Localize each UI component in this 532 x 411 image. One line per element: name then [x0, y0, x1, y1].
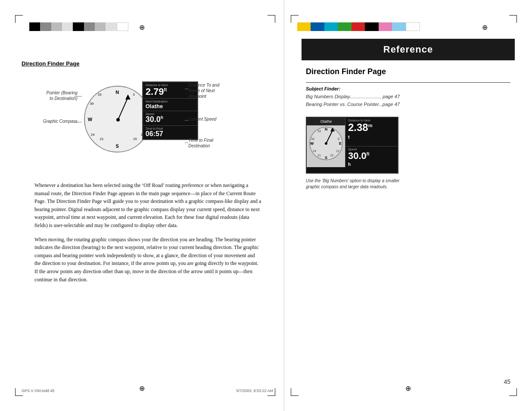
swatch-r-cyan: [324, 22, 338, 31]
svg-text:Olathe: Olathe: [320, 119, 332, 124]
right-page: ⊕ ⊕ Reference Direction Finder Page Subj…: [284, 0, 532, 411]
right-page-title: Direction Finder Page: [306, 67, 510, 76]
mini-compass-svg: Olathe N S E W 33 3 30 6 24 21 15: [307, 118, 345, 167]
svg-text:15: 15: [330, 154, 333, 157]
svg-point-20: [325, 142, 327, 145]
gps-display-right: Olathe N S E W 33 3 30 6 24 21 15: [306, 117, 398, 174]
gps-right-speed-cell: Speed 30.0fth: [345, 146, 398, 173]
connector-speed: [185, 120, 188, 121]
corner-right-tl: [291, 15, 299, 23]
corner-tl: [15, 15, 23, 23]
bearing-arrow-svg: [85, 87, 151, 153]
gps-data-cells-right: Distance to Next 2.38mt Speed 30.0fth: [345, 118, 398, 173]
swatch-black-1: [29, 22, 40, 31]
divider: [306, 82, 510, 83]
corner-right-bl: [291, 388, 299, 396]
page-number: 45: [504, 378, 510, 385]
reference-header: Reference: [302, 39, 515, 60]
swatch-gray2: [51, 22, 62, 31]
label-pointer: Pointer (Bearingto Destination): [46, 90, 77, 101]
svg-text:S: S: [325, 156, 327, 160]
right-content: Direction Finder Page Subject Finder: Bi…: [302, 67, 515, 190]
label-curr-speed: Current Speed: [188, 117, 216, 121]
swatch-white: [117, 22, 128, 31]
connector-compass: [74, 122, 82, 122]
diagram-labels-left: Pointer (Bearingto Destination) Graphic …: [22, 74, 82, 173]
connector-time: [185, 143, 188, 143]
page: ⊕ ⊕ Direction Finder Page Pointer (Beari…: [0, 0, 532, 411]
swatch-r-red: [352, 22, 365, 31]
swatch-r-black: [365, 22, 378, 31]
swatch-r-pink: [379, 22, 392, 31]
body-paragraph-2: When moving, the rotating graphic compas…: [34, 236, 262, 284]
svg-text:6: 6: [338, 137, 339, 140]
swatch-gray1-2: [84, 22, 95, 31]
label-compass: Graphic Compass: [43, 119, 78, 124]
section-title: Direction Finder Page: [22, 60, 262, 67]
subject-finder-label: Subject Finder:: [306, 86, 510, 91]
compass-circle: N S E W 33 3 30 6 24 21 15 12: [84, 86, 151, 153]
swatch-r-green: [338, 22, 351, 31]
svg-text:33: 33: [317, 130, 321, 133]
subject-finder-items: Big Numbers Display.....................…: [306, 93, 510, 108]
connector-pointer: [74, 96, 82, 97]
svg-text:W: W: [310, 141, 314, 146]
svg-text:E: E: [339, 141, 342, 146]
swatch-gray3: [62, 22, 73, 31]
color-bar-right: [297, 22, 420, 31]
swatch-r-lightblue: [392, 22, 405, 31]
label-time-final: Time to FinalDestination: [188, 137, 213, 149]
svg-line-0: [118, 97, 128, 120]
swatch-r-blue: [311, 22, 324, 31]
mini-compass-container: Olathe N S E W 33 3 30 6 24 21 15: [307, 118, 345, 167]
swatch-gray1: [40, 22, 51, 31]
subject-item-2: Bearing Pointer vs. Course Pointer...pag…: [306, 101, 510, 109]
corner-right-tr: [509, 15, 517, 23]
gps-right-speed-value: 30.0fth: [348, 151, 395, 171]
swatch-r-yellow: [297, 22, 311, 31]
footer-right: 5/7/2003, 8:53:22 AM: [236, 389, 273, 393]
svg-text:21: 21: [317, 154, 321, 157]
swatch-black-2: [73, 22, 84, 31]
svg-text:30: 30: [311, 137, 314, 140]
subject-item-1: Big Numbers Display.....................…: [306, 93, 510, 101]
color-bar-left: [29, 22, 128, 31]
gps-right-dist-value: 2.38mt: [348, 122, 395, 145]
svg-point-2: [116, 118, 120, 121]
diagram-labels-right: Distance To andName of NextWaypoint Curr…: [185, 74, 262, 173]
corner-tr: [268, 15, 275, 23]
svg-marker-1: [125, 94, 131, 100]
compass-gps-area: N S E W 33 3 30 6 24 21 15 12: [82, 74, 181, 173]
left-page: ⊕ ⊕ Direction Finder Page Pointer (Beari…: [0, 0, 284, 411]
left-content: Direction Finder Page Pointer (Bearingto…: [22, 60, 262, 283]
gps-right-dist-cell: Distance to Next 2.38mt: [345, 118, 398, 146]
crosshair-bottom-right: ⊕: [405, 384, 411, 392]
caption-text: Use the ‘Big Numbers’ option to display …: [306, 178, 401, 190]
swatch-gray3-2: [106, 22, 116, 31]
corner-right-br: [509, 388, 517, 396]
label-dist-name: Distance To andName of NextWaypoint: [188, 82, 219, 99]
diagram-area: Pointer (Bearingto Destination) Graphic …: [22, 74, 262, 173]
body-paragraph-1: Whenever a destination has been selected…: [34, 181, 262, 230]
svg-text:24: 24: [313, 149, 316, 153]
footer-left: GPS V OM.indd 45: [22, 389, 55, 393]
svg-text:12: 12: [336, 149, 339, 153]
crosshair-bottom-left: ⊕: [139, 384, 145, 392]
swatch-r-white: [406, 22, 420, 31]
swatch-gray2-2: [95, 22, 106, 31]
reference-title: Reference: [310, 44, 506, 55]
svg-text:N: N: [325, 127, 328, 131]
crosshair-top-left: ⊕: [139, 23, 145, 31]
connector-dist: [185, 89, 188, 89]
crosshair-top-right: ⊕: [482, 23, 488, 31]
